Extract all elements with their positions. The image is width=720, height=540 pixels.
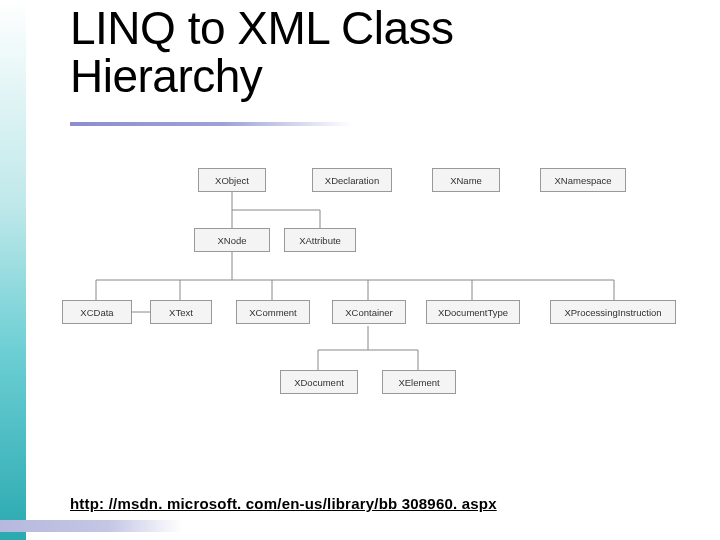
class-box-xattribute: XAttribute <box>284 228 356 252</box>
class-box-xnode: XNode <box>194 228 270 252</box>
class-box-xobject: XObject <box>198 168 266 192</box>
class-box-xprocessinginstruction: XProcessingInstruction <box>550 300 676 324</box>
class-box-xtext: XText <box>150 300 212 324</box>
class-box-xdocument: XDocument <box>280 370 358 394</box>
class-box-xcomment: XComment <box>236 300 310 324</box>
footer-accent <box>0 520 182 532</box>
class-box-xelement: XElement <box>382 370 456 394</box>
class-box-xname: XName <box>432 168 500 192</box>
title-underline <box>70 122 352 126</box>
class-box-xdocumenttype: XDocumentType <box>426 300 520 324</box>
title-area: LINQ to XML Class Hierarchy <box>70 4 630 101</box>
class-box-xcdata: XCData <box>62 300 132 324</box>
class-box-xnamespace: XNamespace <box>540 168 626 192</box>
class-box-xcontainer: XContainer <box>332 300 406 324</box>
diagram-connectors <box>60 150 680 440</box>
class-box-xdeclaration: XDeclaration <box>312 168 392 192</box>
slide-title: LINQ to XML Class Hierarchy <box>70 4 630 101</box>
class-hierarchy-diagram: XObject XDeclaration XName XNamespace XN… <box>60 150 680 440</box>
slide: LINQ to XML Class Hierarchy <box>0 0 720 540</box>
side-accent <box>0 0 26 540</box>
msdn-link[interactable]: http: //msdn. microsoft. com/en-us/libra… <box>70 495 497 512</box>
